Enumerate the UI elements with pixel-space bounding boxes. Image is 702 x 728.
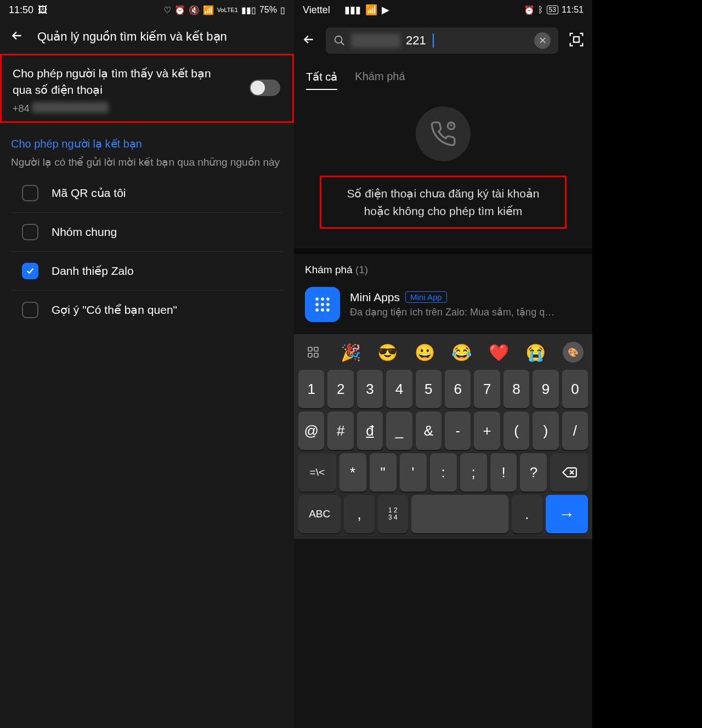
back-icon[interactable] [10,29,24,45]
search-input[interactable]: 221 ✕ [326,27,558,54]
tab-all[interactable]: Tất cả [306,65,337,90]
phone-left-settings: 11:50 🖼 ♡⏰🔇📶VoLTE1▮▮▯75%▯ Quản lý nguồn … [0,0,294,728]
toggle-switch[interactable] [250,80,280,96]
svg-point-10 [321,308,324,312]
tab-discover[interactable]: Khám phá [355,65,405,90]
back-icon[interactable] [302,32,316,49]
keyboard-row-3: =\< * " ' : ; ! ? [296,452,590,493]
key-slash[interactable]: / [562,411,588,450]
highlight-box: Cho phép người lạ tìm thấy và kết bạn qu… [0,54,294,123]
emoji-cool[interactable]: 😎 [377,343,398,362]
key-backspace[interactable] [550,453,588,492]
key-2[interactable]: 2 [327,370,353,408]
battery-pct: 53 [547,5,558,14]
svg-point-11 [326,308,330,312]
key-question[interactable]: ? [520,453,547,492]
clear-icon[interactable]: ✕ [534,32,551,49]
option-label: Danh thiếp Zalo [52,264,134,278]
status-bar: 11:50 🖼 ♡⏰🔇📶VoLTE1▮▮▯75%▯ [0,0,294,20]
option-zalo-card[interactable]: Danh thiếp Zalo [11,251,283,290]
key-squote[interactable]: ' [400,453,427,492]
checkbox[interactable] [22,185,38,201]
key-star[interactable]: * [339,453,366,492]
key-dot[interactable]: . [512,495,542,533]
key-colon[interactable]: : [430,453,457,492]
keyboard-row-2: @ # đ _ & - + ( ) / [296,410,590,452]
svg-point-7 [321,303,324,306]
status-time: 11:51 [562,5,584,15]
key-space[interactable] [411,495,508,533]
key-hash[interactable]: # [327,411,353,450]
youtube-icon: ▶ [382,4,389,16]
key-6[interactable]: 6 [445,370,471,408]
svg-point-0 [335,36,342,43]
checkbox[interactable] [22,224,38,240]
key-underscore[interactable]: _ [386,411,412,450]
emoji-cry[interactable]: 😭 [525,343,546,362]
option-suggest[interactable]: Gợi ý "Có thể bạn quen" [11,290,283,329]
palette-icon[interactable]: 🎨 [563,342,584,363]
battery-icon: ▯ [280,5,285,15]
options-list: Mã QR của tôi Nhóm chung Danh thiếp Zalo… [11,174,283,329]
key-7[interactable]: 7 [474,370,500,408]
key-symbols[interactable]: =\< [298,453,336,492]
key-8[interactable]: 8 [503,370,529,408]
gallery-icon: 🖼 [38,4,48,16]
svg-point-9 [315,308,319,312]
option-common-group[interactable]: Nhóm chung [11,212,283,251]
option-label: Mã QR của tôi [52,187,126,200]
key-minus[interactable]: - [445,411,471,450]
text-cursor [433,33,434,48]
keyboard: 🎉 😎 😀 😂 ❤️ 😭 🎨 1 2 3 4 5 6 7 8 9 0 @ # đ… [294,334,592,539]
toggle-label: Cho phép người lạ tìm thấy và kết bạn qu… [13,65,281,99]
wifi-icon: 📶 [365,4,377,16]
key-d[interactable]: đ [357,411,383,450]
key-abc[interactable]: ABC [298,495,341,533]
redacted-phone [32,102,109,113]
emoji-heart[interactable]: ❤️ [489,343,509,362]
key-lparen[interactable]: ( [503,411,529,450]
svg-point-3 [315,297,319,301]
key-5[interactable]: 5 [416,370,441,408]
checkbox-checked[interactable] [22,263,38,279]
key-3[interactable]: 3 [357,370,383,408]
option-label: Nhóm chung [52,225,117,239]
qr-scan-icon[interactable] [568,31,585,50]
key-0[interactable]: 0 [562,370,588,408]
emoji-confetti[interactable]: 🎉 [341,343,361,362]
tabs: Tất cả Khám phá [294,61,592,90]
option-qr[interactable]: Mã QR của tôi [11,174,283,212]
section-heading: Cho phép người lạ kết bạn [0,123,294,154]
svg-rect-12 [308,347,312,351]
svg-rect-1 [574,37,579,42]
key-semicolon[interactable]: ; [460,453,487,492]
svg-rect-14 [308,353,312,357]
search-value: 221 [406,33,426,48]
page-title: Quản lý nguồn tìm kiếm và kết bạn [37,30,227,44]
emoji-grin[interactable]: 😀 [415,343,435,362]
emoji-joy[interactable]: 😂 [451,343,472,362]
key-rparen[interactable]: ) [533,411,558,450]
key-numpad[interactable]: 1 23 4 [378,495,408,533]
key-comma[interactable]: , [344,495,374,533]
key-dquote[interactable]: " [370,453,397,492]
key-4[interactable]: 4 [386,370,412,408]
key-excl[interactable]: ! [490,453,517,492]
allow-strangers-toggle-row[interactable]: Cho phép người lạ tìm thấy và kết bạn qu… [2,55,292,121]
discover-item-body: Mini AppsMini App Đa dạng tiện ích trên … [350,291,554,318]
keyboard-menu-icon[interactable] [303,342,324,363]
phone-alert-icon [416,106,471,161]
alarm-icon: ⏰ [174,5,185,15]
checkbox[interactable] [22,302,38,318]
key-amp[interactable]: & [416,411,441,450]
header: Quản lý nguồn tìm kiếm và kết bạn [0,20,294,54]
key-at[interactable]: @ [298,411,324,450]
key-go[interactable]: → [546,495,588,533]
discover-count: (1) [355,264,368,275]
key-plus[interactable]: + [474,411,500,450]
key-1[interactable]: 1 [298,370,324,408]
key-9[interactable]: 9 [533,370,558,408]
miniapps-desc: Đa dạng tiện ích trên Zalo: Mua sắm, tặn… [350,306,554,318]
discover-item-miniapps[interactable]: Mini AppsMini App Đa dạng tiện ích trên … [294,279,592,334]
svg-point-6 [315,303,319,306]
